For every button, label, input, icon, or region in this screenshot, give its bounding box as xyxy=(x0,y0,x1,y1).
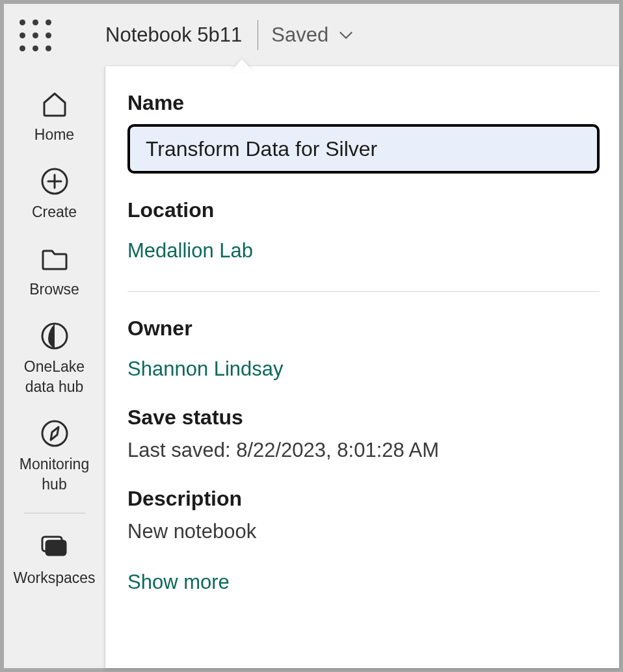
notebook-title[interactable]: Notebook 5b11 xyxy=(105,23,255,47)
sidebar-item-label: OneLake data hub xyxy=(12,357,97,397)
sidebar-item-label: Browse xyxy=(29,279,79,300)
workspaces-icon xyxy=(38,530,72,564)
sidebar-item-label: Monitoring hub xyxy=(12,454,97,495)
waffle-icon xyxy=(20,19,51,51)
svg-point-4 xyxy=(42,421,67,446)
sidebar-item-workspaces[interactable]: Workspaces xyxy=(12,523,97,600)
description-value: New notebook xyxy=(127,520,600,543)
sidebar-item-create[interactable]: Create xyxy=(12,157,97,234)
app-launcher-button[interactable] xyxy=(17,17,53,53)
title-area: Notebook 5b11 Saved xyxy=(105,20,353,50)
show-more-link[interactable]: Show more xyxy=(127,571,230,594)
saved-label: Saved xyxy=(271,23,328,47)
save-status-value: Last saved: 8/22/2023, 8:01:28 AM xyxy=(127,439,600,462)
location-label: Location xyxy=(127,198,600,222)
panel-pointer xyxy=(230,59,254,72)
title-separator xyxy=(258,20,258,50)
folder-icon xyxy=(38,242,72,276)
chevron-down-icon xyxy=(339,31,353,40)
sidebar-item-onelake[interactable]: OneLake data hub xyxy=(12,311,97,409)
compass-icon xyxy=(38,417,72,450)
location-link[interactable]: Medallion Lab xyxy=(127,239,253,263)
onelake-icon xyxy=(38,319,72,353)
home-icon xyxy=(38,87,72,121)
sidebar-divider xyxy=(24,513,85,513)
save-status-label: Save status xyxy=(127,406,600,430)
sidebar-item-monitoring[interactable]: Monitoring hub xyxy=(12,409,97,506)
plus-circle-icon xyxy=(38,164,72,198)
name-input[interactable] xyxy=(127,124,600,174)
svg-marker-5 xyxy=(51,427,59,440)
panel-divider xyxy=(127,291,600,292)
sidebar-item-browse[interactable]: Browse xyxy=(12,234,97,311)
sidebar-item-home[interactable]: Home xyxy=(12,79,97,157)
owner-label: Owner xyxy=(127,317,600,341)
name-label: Name xyxy=(127,91,600,115)
sidebar-item-label: Create xyxy=(32,202,77,222)
description-label: Description xyxy=(127,487,600,511)
top-bar: Notebook 5b11 Saved xyxy=(4,4,619,66)
save-status-dropdown[interactable]: Saved xyxy=(261,23,353,47)
sidebar-item-label: Home xyxy=(34,125,74,145)
owner-link[interactable]: Shannon Lindsay xyxy=(127,357,284,381)
details-panel: Name Location Medallion Lab Owner Shanno… xyxy=(105,66,619,668)
sidebar-item-label: Workspaces xyxy=(13,568,95,588)
svg-rect-7 xyxy=(46,541,66,555)
sidebar: Home Create Browse xyxy=(4,66,105,668)
